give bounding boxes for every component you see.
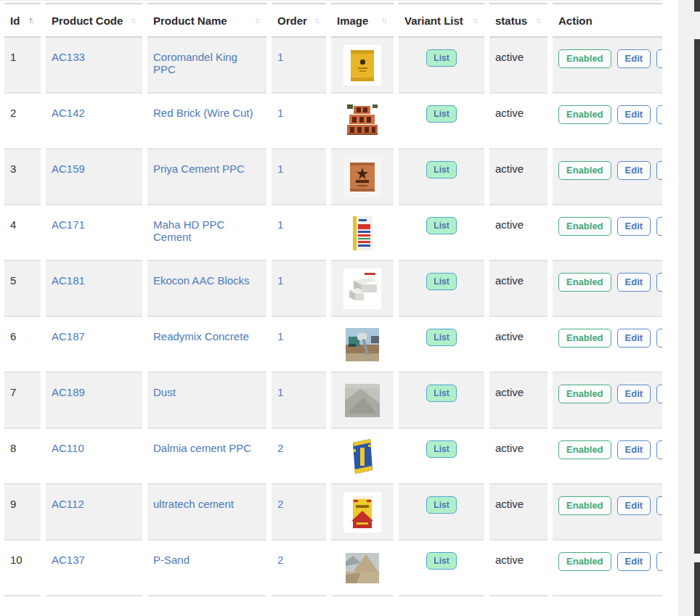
product-code-link[interactable]: AC171 (52, 218, 85, 231)
product-code-link[interactable]: AC112 (52, 498, 84, 510)
edit-button[interactable]: Edit (617, 552, 651, 571)
column-header-variant-list[interactable]: Variant List ↑↓ (399, 3, 484, 38)
column-header-product-code[interactable]: Product Code ↑↓ (46, 3, 142, 38)
variant-list-button[interactable]: List (426, 273, 456, 290)
column-header-image[interactable]: Image ↑↓ (331, 3, 394, 38)
product-code-link[interactable]: AC137 (52, 554, 85, 566)
variant-list-button[interactable]: List (426, 552, 456, 570)
view-button[interactable]: View (656, 496, 662, 515)
view-button[interactable]: View (656, 105, 662, 124)
order-link[interactable]: 1 (277, 274, 283, 287)
view-button[interactable]: View (656, 329, 662, 348)
column-label: Action (558, 15, 593, 27)
enabled-button[interactable]: Enabled (558, 440, 611, 459)
view-button[interactable]: View (656, 385, 662, 403)
cell-order: 2 (272, 541, 326, 596)
edit-button[interactable]: Edit (617, 105, 651, 124)
view-button[interactable]: View (656, 552, 662, 571)
cell-action: Enabled Edit View (553, 485, 662, 541)
product-name-link[interactable]: Dalmia cement PPC (153, 442, 251, 454)
cell-product-name: Coromandel King PPC (147, 38, 266, 94)
edit-button[interactable]: Edit (617, 496, 651, 515)
order-link[interactable]: 2 (277, 442, 283, 454)
variant-list-button[interactable]: List (426, 440, 456, 458)
order-link[interactable]: 1 (277, 107, 283, 119)
variant-list-button[interactable]: List (426, 496, 456, 514)
scrollbar-top-button[interactable] (694, 0, 700, 12)
enabled-button[interactable]: Enabled (558, 105, 611, 124)
product-code-link[interactable]: AC110 (52, 442, 84, 454)
column-header-order[interactable]: Order ↑↓ (272, 3, 326, 38)
enabled-button[interactable]: Enabled (558, 329, 611, 348)
column-label: Product Name (153, 15, 227, 27)
view-button[interactable]: View (656, 161, 662, 180)
product-name-link[interactable]: Priya Cement PPC (153, 163, 245, 175)
edit-button[interactable]: Edit (617, 217, 651, 236)
variant-list-button[interactable]: List (426, 105, 456, 123)
product-name-link[interactable]: ultratech cement (153, 498, 234, 510)
view-button[interactable]: View (656, 49, 662, 68)
enabled-button[interactable]: Enabled (558, 161, 611, 180)
cell-image (331, 38, 394, 94)
cell-variant-list: List (399, 541, 484, 596)
variant-list-button[interactable]: List (426, 217, 456, 234)
edit-button[interactable]: Edit (617, 161, 651, 180)
scrollbar-bottom-button[interactable] (694, 562, 700, 616)
cell-order: 1 (272, 373, 326, 429)
edit-button[interactable]: Edit (617, 273, 651, 292)
product-code-link[interactable]: AC133 (52, 51, 85, 63)
cell-order: 1 (272, 261, 326, 317)
variant-list-button[interactable]: List (426, 161, 456, 178)
edit-button[interactable]: Edit (617, 440, 651, 459)
product-name-link[interactable]: Maha HD PPC Cement (153, 218, 224, 243)
order-link[interactable]: 1 (277, 330, 283, 342)
column-header-product-name[interactable]: Product Name ↑↓ (147, 3, 266, 38)
enabled-button[interactable]: Enabled (558, 385, 611, 403)
product-name-link[interactable]: Red Brick (Wire Cut) (153, 107, 253, 119)
view-button[interactable]: View (656, 273, 662, 292)
product-name-link[interactable]: Dust (153, 386, 176, 398)
enabled-button[interactable]: Enabled (558, 496, 611, 515)
order-link[interactable]: 1 (277, 386, 283, 398)
enabled-button[interactable]: Enabled (558, 273, 611, 292)
product-name-link[interactable]: P-Sand (153, 554, 190, 566)
cell-status: active (489, 94, 548, 149)
enabled-button[interactable]: Enabled (558, 217, 611, 236)
product-code-link[interactable]: AC159 (52, 163, 85, 175)
cell-action: Enabled Edit View (553, 205, 662, 261)
edit-button[interactable]: Edit (617, 385, 651, 403)
order-link[interactable]: 1 (277, 51, 283, 63)
cell-product-code: AC110 (46, 429, 142, 485)
edit-button[interactable]: Edit (617, 49, 651, 68)
product-code-link[interactable]: AC189 (52, 386, 85, 398)
order-link[interactable]: 2 (277, 554, 283, 566)
cell-order: 1 (272, 94, 326, 149)
enabled-button[interactable]: Enabled (558, 552, 611, 571)
order-link[interactable]: 1 (277, 218, 283, 231)
column-header-status[interactable]: status ↑↓ (489, 3, 548, 38)
enabled-button[interactable]: Enabled (558, 49, 611, 68)
product-code-link[interactable]: AC187 (52, 330, 85, 342)
column-header-id[interactable]: Id ↑↓ (4, 3, 41, 38)
view-button[interactable]: View (656, 217, 662, 236)
products-table: Id ↑↓ Product Code ↑↓ Product Name ↑↓ Or… (0, 3, 662, 596)
cell-image (331, 261, 394, 317)
product-name-link[interactable]: Ekocon AAC Blocks (153, 274, 250, 287)
column-label: Product Code (52, 15, 123, 27)
view-button[interactable]: View (656, 440, 662, 459)
product-name-link[interactable]: Readymix Concrete (153, 330, 249, 342)
cell-status: active (489, 485, 548, 541)
variant-list-button[interactable]: List (426, 49, 456, 67)
edit-button[interactable]: Edit (617, 329, 651, 348)
variant-list-button[interactable]: List (426, 385, 456, 402)
cell-id: 5 (4, 261, 41, 317)
scrollbar-thumb[interactable] (694, 39, 700, 554)
product-code-link[interactable]: AC181 (52, 274, 85, 287)
order-link[interactable]: 1 (277, 163, 283, 175)
product-code-link[interactable]: AC142 (52, 107, 85, 119)
cell-product-code: AC171 (46, 205, 142, 261)
status-text: active (495, 386, 524, 398)
order-link[interactable]: 2 (277, 498, 283, 510)
product-name-link[interactable]: Coromandel King PPC (153, 51, 237, 75)
variant-list-button[interactable]: List (426, 329, 456, 346)
